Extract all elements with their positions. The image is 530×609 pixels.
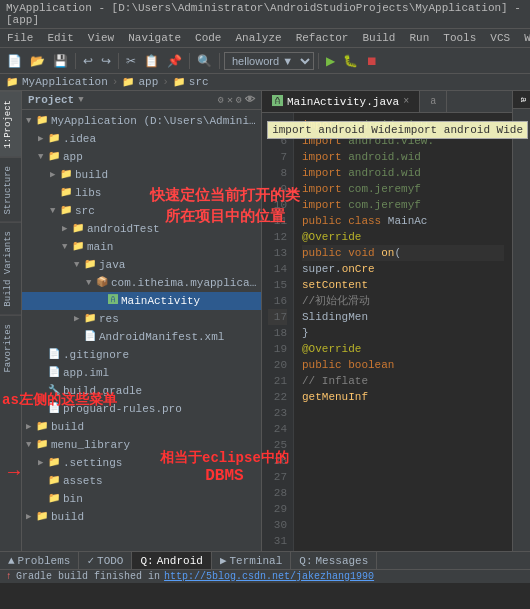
- tree-item-res[interactable]: ▶ 📁 res: [22, 310, 261, 328]
- menu-edit[interactable]: Edit: [44, 31, 76, 45]
- menu-window[interactable]: Window: [521, 31, 530, 45]
- tree-item-assets[interactable]: 📁 assets: [22, 472, 261, 490]
- main-area: 1:Project Structure Build Variants Favor…: [0, 91, 530, 551]
- folder-icon: 📁: [48, 455, 60, 471]
- breadcrumb-myapp[interactable]: MyApplication: [22, 76, 108, 88]
- toolbar-copy[interactable]: 📋: [141, 53, 162, 69]
- tree-item-gitignore[interactable]: 📄 .gitignore: [22, 346, 261, 364]
- tree-item-manifest[interactable]: 📄 AndroidManifest.xml: [22, 328, 261, 346]
- project-title: Project: [28, 94, 74, 106]
- tree-item-libs[interactable]: 📁 libs: [22, 184, 261, 202]
- tree-item-proguard[interactable]: 📄 proguard-rules.pro: [22, 400, 261, 418]
- panel-settings-icon[interactable]: ⚙: [218, 94, 224, 106]
- todo-label: TODO: [97, 555, 123, 567]
- tree-item-java[interactable]: ▼ 📁 java: [22, 256, 261, 274]
- tab-close-icon[interactable]: ×: [403, 96, 409, 107]
- tree-item-src[interactable]: ▼ 📁 src: [22, 202, 261, 220]
- left-tab-structure[interactable]: Structure: [0, 157, 21, 223]
- tree-item-settings[interactable]: ▶ 📁 .settings: [22, 454, 261, 472]
- tree-item-main[interactable]: ▼ 📁 main: [22, 238, 261, 256]
- left-tab-favorites[interactable]: Favorites: [0, 315, 21, 381]
- bottom-tab-todo[interactable]: ✓ TODO: [79, 552, 132, 569]
- project-dropdown-icon[interactable]: ▼: [78, 95, 83, 105]
- bottom-tab-terminal[interactable]: ▶ Terminal: [212, 552, 291, 569]
- toolbar-stop[interactable]: ⏹: [363, 53, 381, 69]
- breadcrumb: 📁 MyApplication › 📁 app › 📁 src: [0, 74, 530, 91]
- panel-eye-icon[interactable]: 👁: [245, 94, 255, 106]
- toolbar-device-dropdown[interactable]: helloword ▼: [224, 52, 314, 70]
- menu-view[interactable]: View: [85, 31, 117, 45]
- toolbar-paste[interactable]: 📌: [164, 53, 185, 69]
- bottom-tab-android[interactable]: Q: Android: [132, 552, 211, 569]
- toolbar-save[interactable]: 💾: [50, 53, 71, 69]
- toolbar-find[interactable]: 🔍: [194, 53, 215, 69]
- panel-gear-icon[interactable]: ⚙: [236, 94, 242, 106]
- folder-icon: 📁: [72, 221, 84, 237]
- folder-icon: 📁: [36, 419, 48, 435]
- toolbar-debug[interactable]: 🐛: [340, 53, 361, 69]
- breadcrumb-app[interactable]: app: [138, 76, 158, 88]
- menu-file[interactable]: File: [4, 31, 36, 45]
- tree-item-myapp[interactable]: ▼ 📁 MyApplication (D:\Users\Administrato…: [22, 112, 261, 130]
- code-editor[interactable]: import android.view. import android.view…: [294, 113, 512, 551]
- editor-tab-mainactivity[interactable]: 🅰 MainActivity.java ×: [262, 91, 420, 112]
- toolbar-run[interactable]: ▶: [323, 53, 338, 69]
- android-label: Android: [157, 555, 203, 567]
- toolbar-new[interactable]: 📄: [4, 53, 25, 69]
- menu-run[interactable]: Run: [406, 31, 432, 45]
- menu-tools[interactable]: Tools: [440, 31, 479, 45]
- right-tab-a[interactable]: a: [513, 91, 530, 109]
- tree-item-androidtest[interactable]: ▶ 📁 androidTest: [22, 220, 261, 238]
- tree-item-build-gradle[interactable]: 🔧 build.gradle: [22, 382, 261, 400]
- folder-icon: 📁: [72, 239, 84, 255]
- menu-code[interactable]: Code: [192, 31, 224, 45]
- breadcrumb-folder-icon2: 📁: [122, 76, 134, 88]
- tab-label: MainActivity.java: [287, 96, 399, 108]
- tree-item-menu-library[interactable]: ▼ 📁 menu_library: [22, 436, 261, 454]
- title-text: MyApplication - [D:\Users\Administrator\…: [6, 2, 524, 26]
- right-tabs-panel: a: [512, 91, 530, 551]
- line-numbers-gutter: 5 6 7 8 9 10 11 12 13 14 15 16 17 18 19 …: [262, 113, 294, 551]
- tree-item-app-iml[interactable]: 📄 app.iml: [22, 364, 261, 382]
- messages-label: Messages: [316, 555, 369, 567]
- toolbar: 📄 📂 💾 ↩ ↪ ✂ 📋 📌 🔍 helloword ▼ ▶ 🐛 ⏹: [0, 48, 530, 74]
- menu-navigate[interactable]: Navigate: [125, 31, 184, 45]
- toolbar-redo[interactable]: ↪: [98, 53, 114, 69]
- breadcrumb-src[interactable]: src: [189, 76, 209, 88]
- status-link[interactable]: http://5blog.csdn.net/jakezhang1990: [164, 571, 374, 582]
- editor-tab-extra[interactable]: a: [420, 91, 447, 112]
- folder-icon: 📁: [84, 311, 96, 327]
- tree-item-build[interactable]: ▶ 📁 build: [22, 166, 261, 184]
- messages-icon: Q:: [299, 555, 312, 567]
- xml-icon: 📄: [84, 329, 96, 345]
- folder-icon: 📁: [84, 257, 96, 273]
- left-tab-build-variants[interactable]: Build Variants: [0, 222, 21, 315]
- bottom-tab-messages[interactable]: Q: Messages: [291, 552, 377, 569]
- file-icon: 📄: [48, 401, 60, 417]
- tree-item-app[interactable]: ▼ 📁 app: [22, 148, 261, 166]
- tree-item-mainactivity[interactable]: 🅰 MainActivity: [22, 292, 261, 310]
- editor-content-area: 5 6 7 8 9 10 11 12 13 14 15 16 17 18 19 …: [262, 113, 512, 551]
- toolbar-undo[interactable]: ↩: [80, 53, 96, 69]
- folder-icon: 📁: [48, 491, 60, 507]
- panel-close-icon[interactable]: ✕: [227, 94, 233, 106]
- tree-item-build3[interactable]: ▶ 📁 build: [22, 508, 261, 526]
- tree-item-bin[interactable]: 📁 bin: [22, 490, 261, 508]
- terminal-icon: ▶: [220, 554, 227, 567]
- file-icon: 📄: [48, 347, 60, 363]
- tree-item-package[interactable]: ▼ 📦 com.itheima.myapplication: [22, 274, 261, 292]
- bottom-tab-problems[interactable]: ▲ Problems: [0, 552, 79, 569]
- folder-icon: 📁: [36, 437, 48, 453]
- menu-build[interactable]: Build: [359, 31, 398, 45]
- file-icon: 📄: [48, 365, 60, 381]
- menu-vcs[interactable]: VCS: [487, 31, 513, 45]
- menu-analyze[interactable]: Analyze: [232, 31, 284, 45]
- folder-icon: 📁: [48, 149, 60, 165]
- left-tab-project[interactable]: 1:Project: [0, 91, 21, 157]
- tree-item-build2[interactable]: ▶ 📁 build: [22, 418, 261, 436]
- menu-refactor[interactable]: Refactor: [293, 31, 352, 45]
- toolbar-open[interactable]: 📂: [27, 53, 48, 69]
- tree-item-idea[interactable]: ▶ 📁 .idea: [22, 130, 261, 148]
- breadcrumb-folder-icon: 📁: [6, 76, 18, 88]
- toolbar-cut[interactable]: ✂: [123, 53, 139, 69]
